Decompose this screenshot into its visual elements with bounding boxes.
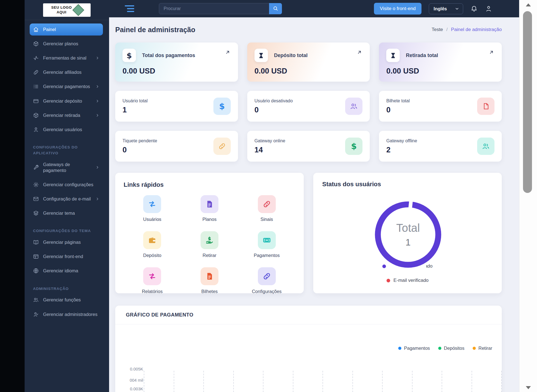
search-button[interactable]: [269, 3, 282, 14]
search-input[interactable]: [159, 3, 282, 14]
sidebar-item-configuracao-de-email[interactable]: Configuração de e-mail: [30, 193, 103, 205]
sidebar-item-label: Gerenciar pagamentos: [43, 84, 91, 89]
sidebar-item-painel[interactable]: Painel: [30, 23, 103, 36]
breadcrumb-separator: /: [446, 27, 448, 32]
logo-diamond-icon: [72, 4, 84, 16]
sidebar-item-gerenciar-administradores[interactable]: Gerenciar administradores: [30, 308, 103, 320]
quick-link-planos[interactable]: Planos: [201, 195, 218, 222]
legend-item-depositos[interactable]: Depósitos: [438, 346, 464, 351]
payment-chart-title: GRÁFICO DE PAGAMENTO: [126, 312, 193, 318]
arrow-up-right-icon[interactable]: [488, 49, 494, 55]
legend-item-email-verificado: E-mail verificado: [313, 278, 502, 283]
quick-link-bilhetes[interactable]: Bilhetes: [201, 267, 218, 294]
user-status-card: Status dos usuários Ainda não verificado…: [313, 173, 502, 293]
quick-link-sinais[interactable]: Sinais: [258, 195, 276, 222]
stat-label: Depósito total: [274, 53, 308, 58]
document-icon: [201, 267, 218, 285]
scrollbar-thumb[interactable]: [523, 11, 532, 193]
list-icon: [33, 84, 39, 89]
sidebar-item-gerenciar-usuarios[interactable]: Gerenciar usuários: [30, 124, 103, 136]
sidebar-item-gerenciar-pagamentos[interactable]: Gerenciar pagamentos: [30, 81, 103, 93]
sidebar-item-gerenciar-idioma[interactable]: Gerenciar idioma: [30, 265, 103, 277]
document-icon: [201, 195, 218, 213]
cube-icon: [33, 112, 39, 118]
quick-link-configuracoes[interactable]: Configurações: [252, 267, 281, 294]
quick-link-retirar[interactable]: Retirar: [201, 231, 218, 258]
stat-label: Usuário total: [123, 98, 148, 103]
hamburger-menu-icon[interactable]: [125, 5, 134, 12]
sidebar-item-gerenciar-planos[interactable]: Gerenciar planos: [30, 38, 103, 50]
sidebar-item-ferramentas-de-sinal[interactable]: Ferramentas de sinal: [30, 52, 103, 64]
quick-link-deposito[interactable]: Depósito: [143, 231, 161, 258]
stat-label: Gateway online: [255, 138, 285, 143]
scrollbar-down-arrow-icon[interactable]: [526, 386, 531, 389]
quick-link-pagamentos[interactable]: Pagamentos: [254, 231, 280, 258]
chevron-right-icon: [95, 197, 100, 201]
users-icon: [345, 98, 362, 115]
stat-value: 0.00 USD: [386, 67, 494, 75]
sidebar-item-gerenciar-configuracoes[interactable]: Gerenciar configurações: [30, 179, 103, 191]
sidebar-item-label: Gerenciar idioma: [43, 268, 100, 274]
sidebar-item-gerenciar-tema[interactable]: Gerenciar tema: [30, 207, 103, 219]
legend-dot: [398, 347, 401, 350]
quick-link-usuarios[interactable]: Usuários: [143, 195, 161, 222]
sidebar-item-gerenciar-front-end[interactable]: Gerenciar front-end: [30, 251, 103, 263]
logo[interactable]: SEU LOGO AQUI: [43, 3, 91, 17]
sidebar-section-configuracoes-aplicativo: CONFIGURAÇÕES DO APLICATIVO: [30, 138, 103, 159]
link-icon: [33, 69, 39, 75]
dollar-icon: $: [345, 138, 362, 155]
layout-icon: [33, 254, 39, 259]
quick-link-relatorios[interactable]: Relatórios: [142, 267, 162, 294]
language-select-value: Inglês: [434, 6, 447, 11]
stat-label: Gateway offline: [386, 138, 417, 143]
page-scrollbar[interactable]: [519, 0, 537, 392]
wrench-icon: [33, 164, 39, 170]
sidebar-item-gerenciar-paginas[interactable]: Gerenciar páginas: [30, 236, 103, 248]
bell-icon[interactable]: [470, 5, 478, 12]
sidebar-item-gerenciar-funcoes[interactable]: Gerenciar funções: [30, 294, 103, 306]
stat-row-3: Tiquete pendente 0 Gateway online 14 $ G…: [115, 131, 502, 173]
arrow-up-right-icon[interactable]: [225, 49, 231, 55]
breadcrumb-current[interactable]: Painel de administração: [451, 27, 502, 32]
sidebar-item-label: Painel: [43, 27, 100, 32]
quick-links-grid: Usuários Planos Sinais Depósito: [124, 195, 295, 294]
visit-frontend-button[interactable]: Visite o front-end: [374, 3, 421, 15]
legend-item-pagamentos[interactable]: Pagamentos: [398, 346, 430, 351]
home-icon: [33, 27, 39, 32]
language-select[interactable]: Inglês: [429, 3, 463, 14]
stat-value: 0.00 USD: [255, 67, 363, 75]
quick-links-card: Links rápidos Usuários Planos Sinais: [115, 173, 304, 293]
file-icon: [477, 98, 494, 115]
quick-link-label: Usuários: [143, 217, 161, 222]
y-axis-tick: 0.005K: [122, 367, 143, 371]
link-icon: [258, 267, 276, 285]
stat-label: Usuário desativado: [255, 98, 293, 103]
donut-center: Total 1: [372, 198, 444, 271]
quick-link-label: Pagamentos: [254, 253, 280, 258]
arrow-up-right-icon[interactable]: [356, 49, 362, 55]
sidebar-item-gerenciar-afiliados[interactable]: Gerenciar afiliados: [30, 66, 103, 78]
legend-item-retirar[interactable]: Retirar: [473, 346, 492, 351]
sidebar-item-label: Gerenciar depósito: [43, 98, 91, 104]
ticket-icon: [258, 231, 276, 249]
logo-text: SEU LOGO AQUI: [51, 5, 72, 15]
stat-value: 2: [386, 146, 417, 154]
stat-value: 0: [123, 146, 157, 154]
user-profile-icon[interactable]: [485, 5, 492, 12]
book-icon: [33, 239, 39, 245]
sidebar-item-gerenciar-retirada[interactable]: Gerenciar retirada: [30, 109, 103, 121]
stat-card-usuario-desativado: Usuário desativado 0: [247, 91, 370, 122]
stat-card-retirada-total: Retirada total 0.00 USD: [379, 42, 502, 82]
sidebar-item-gateways-de-pagamento[interactable]: Gateways de pagamento: [30, 159, 103, 176]
breadcrumb-root[interactable]: Teste: [432, 27, 443, 32]
stat-label: Retirada total: [406, 53, 438, 58]
stat-card-tiquete-pendente: Tiquete pendente 0: [115, 131, 238, 162]
user-status-title: Status dos usuários: [322, 181, 493, 188]
sidebar-item-label: Gerenciar funções: [43, 297, 100, 303]
activity-icon: [33, 55, 39, 61]
sidebar-item-gerenciar-deposito[interactable]: Gerenciar depósito: [30, 95, 103, 107]
scrollbar-up-arrow-icon[interactable]: [526, 3, 531, 6]
sidebar-item-label: Gateways de pagamento: [43, 162, 91, 173]
legend-dot: [387, 279, 390, 282]
sidebar-item-label: Gerenciar usuários: [43, 127, 100, 133]
